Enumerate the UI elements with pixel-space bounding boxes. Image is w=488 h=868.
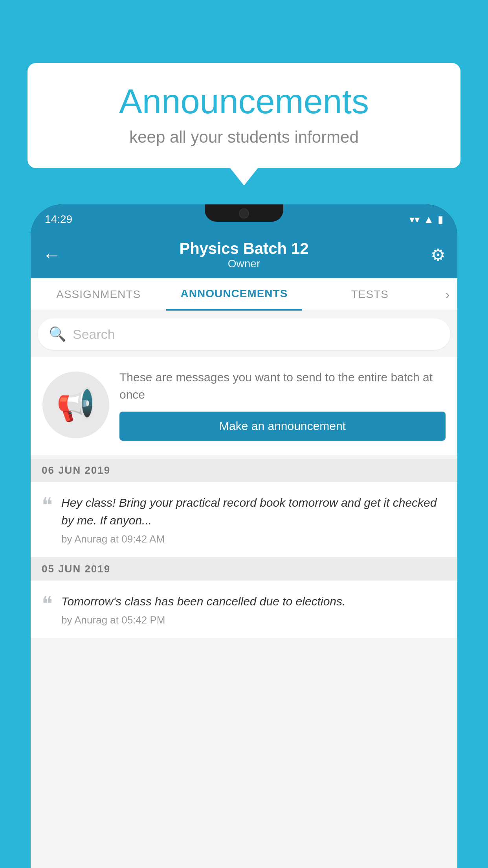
tab-announcements[interactable]: ANNOUNCEMENTS [166, 278, 302, 311]
tabs: ASSIGNMENTS ANNOUNCEMENTS TESTS › [31, 278, 457, 311]
tab-tests[interactable]: TESTS [302, 278, 438, 311]
announcement-icon-circle: 📢 [42, 371, 109, 438]
make-announcement-button[interactable]: Make an announcement [119, 412, 446, 441]
phone-content: 🔍 Search 📢 These are messages you want t… [31, 311, 457, 868]
announcement-meta-1: by Anurag at 09:42 AM [61, 533, 446, 545]
announcement-item-content-2: Tomorrow's class has been cancelled due … [61, 592, 345, 626]
announcement-text-1: Hey class! Bring your practical record b… [61, 494, 446, 529]
search-bar[interactable]: 🔍 Search [38, 318, 450, 350]
quote-icon-2: ❝ [42, 594, 53, 614]
announcement-item-content-1: Hey class! Bring your practical record b… [61, 494, 446, 545]
bubble-subtitle: keep all your students informed [51, 128, 437, 147]
announcement-meta-2: by Anurag at 05:42 PM [61, 614, 345, 626]
announcement-description: These are messages you want to send to t… [119, 369, 446, 403]
speech-bubble: Announcements keep all your students inf… [28, 63, 460, 168]
search-placeholder: Search [73, 327, 115, 342]
tab-assignments[interactable]: ASSIGNMENTS [31, 278, 166, 311]
battery-icon: ▮ [438, 213, 443, 226]
wifi-icon: ▾▾ [409, 213, 420, 226]
app-bar-subtitle: Owner [66, 257, 422, 270]
speech-bubble-container: Announcements keep all your students inf… [28, 63, 460, 168]
date-divider-2: 05 JUN 2019 [31, 557, 457, 581]
phone-frame: 14:29 ▾▾ ▲ ▮ ← Physics Batch 12 Owner ⚙ … [31, 204, 457, 868]
announcement-right: These are messages you want to send to t… [119, 369, 446, 441]
quote-icon-1: ❝ [42, 495, 53, 516]
announcement-item-2[interactable]: ❝ Tomorrow's class has been cancelled du… [31, 581, 457, 638]
announcement-item-1[interactable]: ❝ Hey class! Bring your practical record… [31, 482, 457, 557]
signal-icon: ▲ [424, 213, 434, 226]
announcement-prompt: 📢 These are messages you want to send to… [31, 357, 457, 455]
app-bar: ← Physics Batch 12 Owner ⚙ [31, 231, 457, 278]
bubble-title: Announcements [51, 83, 437, 121]
back-button[interactable]: ← [42, 244, 66, 266]
app-bar-title-group: Physics Batch 12 Owner [66, 240, 422, 270]
status-time: 14:29 [45, 213, 72, 226]
announcement-text-2: Tomorrow's class has been cancelled due … [61, 592, 345, 610]
search-icon: 🔍 [49, 326, 66, 342]
megaphone-icon: 📢 [56, 386, 95, 423]
settings-button[interactable]: ⚙ [422, 245, 446, 265]
app-bar-title: Physics Batch 12 [66, 240, 422, 257]
phone-camera [239, 208, 249, 219]
tab-more[interactable]: › [438, 287, 457, 302]
status-icons: ▾▾ ▲ ▮ [409, 213, 443, 226]
phone-notch [205, 204, 283, 222]
date-divider-1: 06 JUN 2019 [31, 459, 457, 482]
